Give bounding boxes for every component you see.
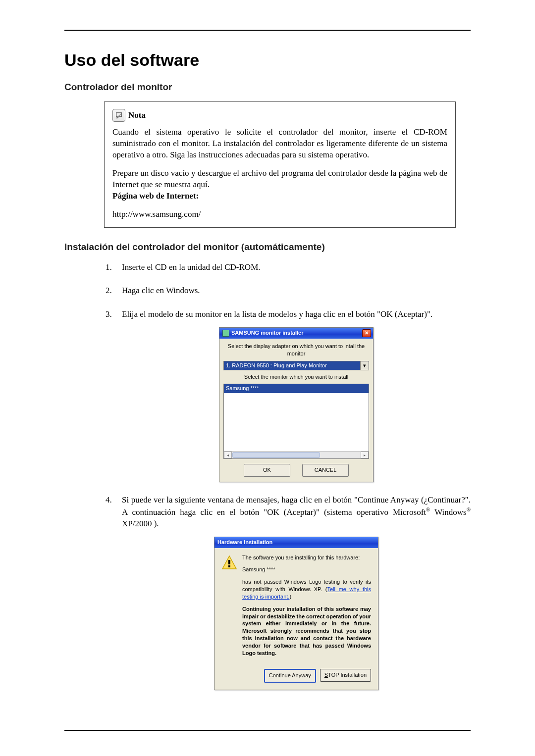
step-4-text-c: XP/2000 ). bbox=[122, 519, 159, 528]
hw-warning-text: Continuing your installation of this sof… bbox=[242, 605, 371, 657]
continue-anyway-label: ontinue Anyway bbox=[273, 672, 311, 678]
step-2: Haga clic en Windows. bbox=[114, 285, 471, 297]
ok-button[interactable]: OK bbox=[244, 464, 290, 477]
stop-installation-label: TOP Installation bbox=[328, 672, 367, 678]
horizontal-scrollbar[interactable]: ◂ ▸ bbox=[224, 451, 369, 458]
note-label: Nota bbox=[128, 110, 146, 121]
step-4: Si puede ver la siguiente ventana de men… bbox=[114, 494, 471, 690]
hardware-install-dialog: Hardware Installation The bbox=[214, 537, 378, 690]
note-box: Nota Cuando el sistema operativo le soli… bbox=[104, 101, 456, 228]
adapter-dropdown-value: 1. RADEON 9550 : Plug and Play Monitor bbox=[224, 361, 360, 370]
step-4-text-b: Windows bbox=[430, 507, 466, 517]
section-install-title: Instalación del controlador del monitor … bbox=[64, 242, 471, 252]
installer-dialog: SAMSUNG monitor installer ✕ Select the d… bbox=[219, 327, 374, 482]
scroll-left-icon[interactable]: ◂ bbox=[224, 452, 232, 458]
hw-line2: Samsung **** bbox=[242, 566, 371, 573]
stop-installation-button[interactable]: STOP Installation bbox=[320, 669, 371, 682]
bottom-rule bbox=[64, 730, 471, 731]
section-driver-title: Controlador del monitor bbox=[64, 82, 471, 93]
monitor-list-item-selected[interactable]: Samsung **** bbox=[224, 384, 369, 393]
note-url: http://www.samsung.com/ bbox=[112, 209, 201, 219]
svg-rect-1 bbox=[228, 560, 230, 564]
svg-rect-2 bbox=[228, 565, 230, 567]
note-web-label: Página web de Internet: bbox=[112, 191, 199, 201]
hw-titlebar: Hardware Installation bbox=[214, 537, 378, 548]
top-rule bbox=[64, 30, 471, 31]
installer-title: SAMSUNG monitor installer bbox=[231, 329, 303, 337]
close-icon[interactable]: ✕ bbox=[362, 329, 371, 337]
installer-title-icon bbox=[222, 330, 229, 337]
scroll-right-icon[interactable]: ▸ bbox=[361, 452, 369, 458]
hw-title: Hardware Installation bbox=[217, 539, 272, 546]
note-paragraph-2: Prepare un disco vacío y descargue el ar… bbox=[112, 168, 447, 189]
cancel-button[interactable]: CANCEL bbox=[302, 464, 349, 477]
install-steps: Inserte el CD en la unidad del CD-ROM. H… bbox=[104, 261, 471, 690]
monitor-listbox[interactable]: Samsung **** ◂ ▸ bbox=[223, 384, 369, 459]
hw-line3b: ) bbox=[289, 594, 291, 600]
continue-anyway-button[interactable]: Continue Anyway bbox=[264, 669, 316, 683]
step-4-text-a: Si puede ver la siguiente ventana de men… bbox=[122, 495, 471, 516]
warning-icon bbox=[221, 555, 237, 571]
scroll-thumb[interactable] bbox=[232, 452, 320, 458]
installer-label-monitor: Select the monitor which you want to ins… bbox=[223, 373, 369, 381]
hw-line1: The software you are installing for this… bbox=[242, 554, 371, 561]
step-1: Inserte el CD en la unidad del CD-ROM. bbox=[114, 261, 471, 273]
note-paragraph-1: Cuando el sistema operativo le solicite … bbox=[112, 127, 447, 161]
adapter-dropdown[interactable]: 1. RADEON 9550 : Plug and Play Monitor ▾ bbox=[223, 361, 369, 370]
page-title: Uso del software bbox=[64, 50, 471, 70]
registered-mark-2: ® bbox=[467, 506, 471, 512]
chevron-down-icon[interactable]: ▾ bbox=[360, 361, 369, 370]
step-3: Elija el modelo de su monitor en la list… bbox=[114, 308, 471, 482]
note-icon bbox=[112, 109, 125, 122]
hw-line3: has not passed Windows Logo testing to v… bbox=[242, 578, 371, 601]
installer-label-adapter: Select the display adapter on which you … bbox=[223, 343, 369, 358]
step-3-text: Elija el modelo de su monitor en la list… bbox=[122, 309, 432, 319]
installer-titlebar: SAMSUNG monitor installer ✕ bbox=[219, 328, 373, 339]
